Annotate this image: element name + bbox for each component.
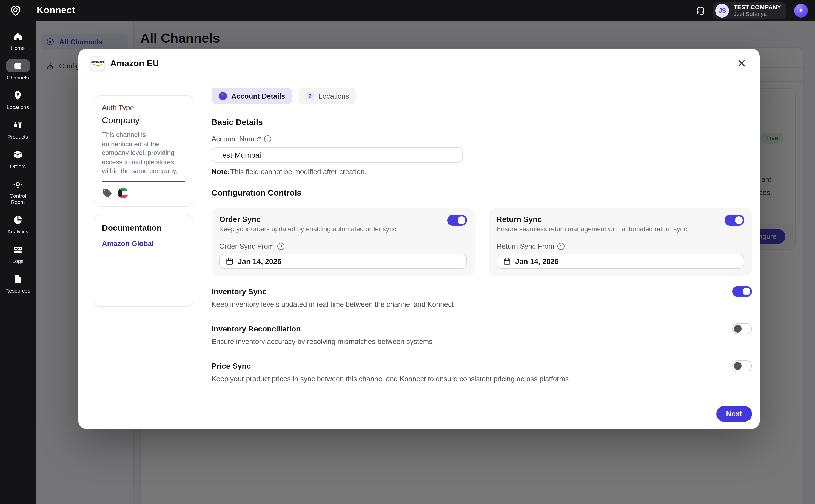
top-bar: Konnect JS TEST COMPANY Jeel Sutariya ✦ — [0, 0, 815, 21]
tab-locations[interactable]: 2 Locations — [299, 88, 356, 104]
inventory-sync-description: Keep inventory levels updated in real ti… — [211, 300, 752, 308]
tab-number-badge: 2 — [306, 92, 314, 100]
inventory-sync-title: Inventory Sync — [211, 287, 267, 296]
support-headset-icon[interactable] — [696, 5, 706, 15]
basic-details-heading: Basic Details — [211, 117, 752, 127]
amazon-logo-word: amazon — [91, 60, 104, 64]
return-sync-from-label-row: Return Sync From ? — [497, 242, 744, 250]
brand-name: Konnect — [37, 5, 75, 16]
help-icon[interactable]: ? — [264, 135, 271, 142]
topbar-divider — [30, 6, 30, 15]
documentation-card: Documentation Amazon Global — [94, 214, 193, 307]
sidebar-item-products[interactable]: Products — [1, 118, 34, 140]
help-icon[interactable]: ? — [558, 243, 565, 250]
location-pin-icon — [6, 89, 30, 102]
order-sync-card: Order Sync Keep your orders updated by e… — [211, 208, 475, 276]
inventory-reconciliation-toggle[interactable] — [732, 323, 752, 334]
divider — [102, 181, 185, 182]
account-name-label-row: Account Name* ? — [211, 135, 752, 143]
sidebar-item-locations[interactable]: Locations — [1, 89, 34, 110]
return-sync-card: Return Sync Ensure seamless return manag… — [489, 208, 752, 276]
control-room-icon — [6, 177, 30, 191]
sidebar-item-orders[interactable]: Orders — [1, 148, 34, 169]
sidebar-item-label: Home — [11, 45, 25, 51]
sidebar-item-logs[interactable]: Logs — [1, 243, 34, 264]
order-sync-from-date[interactable]: Jan 14, 2026 — [219, 254, 467, 269]
order-sync-description: Keep your orders updated by enabling aut… — [219, 225, 396, 233]
sidebar-item-home[interactable]: Home — [1, 30, 34, 51]
auth-type-value: Company — [102, 116, 185, 125]
amazon-logo-icon: amazon — [90, 56, 105, 70]
return-sync-from-date[interactable]: Jan 14, 2026 — [497, 254, 744, 269]
tab-number-badge: 1 — [219, 92, 227, 100]
primary-sidebar: Home Channels Locations Products Orders … — [0, 21, 36, 504]
help-icon[interactable]: ? — [277, 243, 284, 250]
price-sync-toggle[interactable] — [732, 360, 752, 371]
date-value: Jan 14, 2026 — [515, 257, 559, 265]
ai-sparkle-button[interactable]: ✦ — [794, 4, 808, 17]
auth-type-card: Auth Type Company This channel is authen… — [94, 95, 193, 206]
company-name: TEST COMPANY — [734, 4, 781, 10]
sparkle-icon: ✦ — [798, 7, 804, 14]
calendar-icon — [503, 257, 511, 265]
account-name-label: Account Name* — [211, 135, 261, 143]
return-sync-description: Ensure seamless return management with a… — [497, 225, 687, 233]
kuwait-flag-icon — [118, 188, 128, 198]
order-sync-title: Order Sync — [219, 215, 396, 224]
configuration-controls-heading: Configuration Controls — [211, 188, 752, 197]
auth-type-label: Auth Type — [102, 104, 185, 112]
modal-header: amazon Amazon EU ✕ — [78, 49, 760, 78]
modal-content: 1 Account Details 2 Locations Basic Deta… — [211, 88, 752, 398]
modal-tabs: 1 Account Details 2 Locations — [211, 88, 752, 104]
logs-icon — [6, 243, 30, 256]
price-sync-title: Price Sync — [211, 362, 251, 370]
tag-icon — [102, 188, 112, 198]
tab-label: Locations — [319, 92, 349, 100]
sidebar-item-label: Products — [8, 134, 28, 140]
products-icon — [6, 118, 30, 131]
channel-settings-modal: amazon Amazon EU ✕ Auth Type Company Thi… — [78, 49, 760, 429]
amazon-smile-icon — [93, 64, 102, 66]
note-prefix: Note: — [211, 168, 230, 176]
order-sync-toggle[interactable] — [447, 215, 467, 226]
account-name-input[interactable] — [211, 147, 463, 163]
home-icon — [6, 30, 30, 43]
user-name: Jeel Sutariya — [734, 10, 781, 17]
modal-title: Amazon EU — [110, 58, 159, 68]
modal-footer: Next — [78, 398, 760, 429]
return-sync-from-label: Return Sync From — [497, 242, 554, 250]
date-value: Jan 14, 2026 — [238, 257, 281, 265]
price-sync-description: Keep your product prices in sync between… — [211, 375, 752, 383]
account-name-note: Note:This field cannot be modified after… — [211, 168, 752, 176]
account-chip[interactable]: JS TEST COMPANY Jeel Sutariya — [713, 2, 787, 19]
inventory-reconciliation-title: Inventory Reconciliation — [211, 324, 301, 333]
sidebar-item-label: Locations — [7, 104, 29, 110]
close-button[interactable]: ✕ — [736, 56, 748, 70]
documentation-title: Documentation — [102, 223, 185, 232]
amazon-global-link[interactable]: Amazon Global — [102, 239, 154, 247]
sidebar-item-resources[interactable]: Resources — [1, 272, 34, 294]
sidebar-item-channels[interactable]: Channels — [1, 59, 34, 81]
return-sync-title: Return Sync — [497, 215, 687, 224]
sidebar-item-analytics[interactable]: Analytics — [1, 213, 34, 234]
order-sync-from-label-row: Order Sync From ? — [219, 242, 467, 250]
tab-account-details[interactable]: 1 Account Details — [211, 88, 292, 104]
sidebar-item-label: Channels — [7, 75, 29, 81]
close-icon: ✕ — [737, 57, 747, 70]
document-icon — [6, 272, 30, 285]
order-sync-from-label: Order Sync From — [219, 242, 274, 250]
inventory-reconciliation-description: Ensure inventory accuracy by resolving m… — [211, 337, 752, 346]
calendar-icon — [226, 257, 233, 265]
sidebar-item-label: Analytics — [7, 228, 28, 234]
note-text: This field cannot be modified after crea… — [230, 168, 366, 176]
auth-type-description: This channel is authenticated at the com… — [102, 130, 185, 176]
sidebar-item-label: Control Room — [6, 193, 30, 205]
package-icon — [6, 148, 30, 161]
inventory-reconciliation-row: Inventory Reconciliation Ensure inventor… — [211, 316, 752, 353]
tab-label: Account Details — [231, 92, 285, 100]
sidebar-item-control-room[interactable]: Control Room — [1, 177, 34, 205]
inventory-sync-toggle[interactable] — [732, 286, 752, 297]
next-button[interactable]: Next — [716, 406, 752, 422]
return-sync-toggle[interactable] — [725, 215, 744, 226]
channels-icon — [6, 59, 30, 72]
